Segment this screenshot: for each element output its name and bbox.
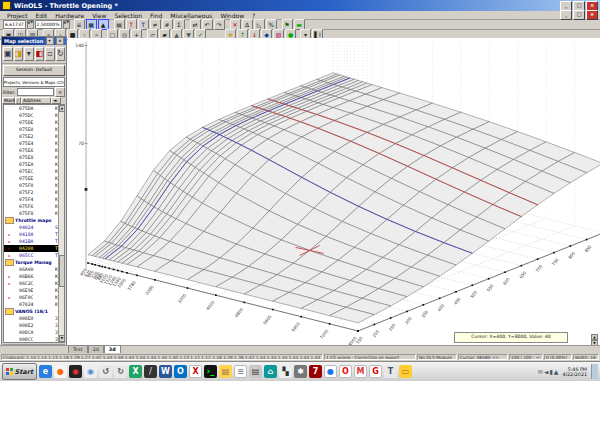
filter-clear-button[interactable]: × <box>55 87 65 97</box>
map-row[interactable]: 075F4K <box>4 196 59 203</box>
tab-3d[interactable]: 3d <box>104 345 121 353</box>
column-header-Marker[interactable]: Marker <box>2 97 15 104</box>
taskbar-icon-terminal[interactable]: ›_ <box>204 365 217 378</box>
taskbar-icon-excel-legacy[interactable]: X <box>189 365 202 378</box>
show-desktop-button[interactable] <box>591 364 598 379</box>
column-header-Address[interactable]: Address <box>21 97 51 104</box>
map-row[interactable]: ►065CCT <box>4 252 59 259</box>
map-row[interactable]: 008E23 <box>4 322 59 329</box>
map-row[interactable]: 008CC3 <box>4 336 59 342</box>
taskbar-icon-chrome[interactable]: ◉ <box>84 365 97 378</box>
map-row[interactable]: 075F8K <box>4 210 59 217</box>
taskbar-icon-browser-blue[interactable]: ● <box>324 365 337 378</box>
map-row[interactable]: 008CA3 <box>4 329 59 336</box>
map-row[interactable]: ►06F0CK <box>4 294 59 301</box>
scroll-down-icon[interactable]: ▼ <box>59 335 65 342</box>
panel-import-map-icon[interactable]: ◧ <box>35 47 45 61</box>
tab-2d[interactable]: 2d <box>88 345 104 353</box>
taskbar-icon-folders-yellow[interactable]: ▭ <box>399 365 412 378</box>
map-row[interactable]: 075F6K <box>4 203 59 210</box>
map-row[interactable]: ►0A308T <box>4 245 59 252</box>
taskbar-icon-checkered-app[interactable]: ▚ <box>279 365 292 378</box>
taskbar-icon-sync-left[interactable]: ↺ <box>99 365 112 378</box>
taskbar-icon-opera[interactable]: O <box>339 365 352 378</box>
offset-spinner[interactable]: ▲▼ <box>63 20 70 29</box>
map-row[interactable]: ►06B66K <box>4 273 59 280</box>
taskbar-icon-dark-tool[interactable]: / <box>144 365 157 378</box>
menu-item-edit[interactable]: Edit <box>32 12 52 19</box>
minimize-button[interactable]: _ <box>560 1 572 11</box>
maximize-button[interactable]: □ <box>573 1 585 11</box>
taskbar-icon-seven-red[interactable]: 7 <box>309 365 322 378</box>
taskbar-icon-excel[interactable]: X <box>129 365 142 378</box>
factor-spinner[interactable]: ▲▼ <box>27 20 34 29</box>
map-row[interactable]: 06E9EK <box>4 287 59 294</box>
panel-open-dropdown-icon[interactable]: ▾ <box>24 47 33 61</box>
map-row[interactable]: 075E2K <box>4 133 59 140</box>
tab-text[interactable]: Text <box>68 345 88 353</box>
taskbar-icon-firefox-orange[interactable]: ● <box>54 365 67 378</box>
map-row[interactable]: 075ECK <box>4 168 59 175</box>
menu-item-project[interactable]: Project <box>3 12 32 19</box>
close-button[interactable]: × <box>586 1 598 11</box>
taskbar-icon-internet-explorer[interactable]: e <box>39 365 52 378</box>
taskbar-icon-car-app[interactable]: ⌂ <box>264 365 277 378</box>
map-list-vscrollbar[interactable]: ▲ ▼ <box>58 105 64 342</box>
map-row[interactable]: 075DAK <box>4 105 59 112</box>
taskbar-icon-gmail[interactable]: M <box>354 365 367 378</box>
map-folder-row[interactable]: Throttle maps <box>4 217 59 224</box>
filter-input[interactable] <box>17 88 54 96</box>
menu-item-view[interactable]: View <box>88 12 110 19</box>
panel-open-map-folder-icon[interactable]: ◨ <box>14 47 24 61</box>
map-row[interactable]: 075EAK <box>4 161 59 168</box>
taskbar-icon-tuning-tool[interactable]: T <box>384 365 397 378</box>
taskbar-clock[interactable]: 5:46 PM 4/22/2021 <box>562 367 587 377</box>
menu-item-?[interactable]: ? <box>248 12 259 19</box>
menu-item-hardware[interactable]: Hardware <box>51 12 88 19</box>
map-row[interactable]: 04024S <box>4 224 59 231</box>
map-row[interactable]: ►06C2CK <box>4 280 59 287</box>
panel-refresh-maps-icon[interactable]: ↻ <box>56 47 65 61</box>
map-row[interactable]: ►0418AT <box>4 231 59 238</box>
map-folder-row[interactable]: Torque Manag <box>4 259 59 266</box>
plot-spinner[interactable]: ▲▼ <box>591 334 598 344</box>
menu-item-selection[interactable]: Selection <box>110 12 146 19</box>
taskbar-icon-sync-right[interactable]: ↻ <box>114 365 127 378</box>
map-row[interactable]: 075F0K <box>4 182 59 189</box>
taskbar-icon-notepad[interactable]: ≡ <box>234 365 247 378</box>
taskbar-icon-outlook[interactable]: O <box>174 365 187 378</box>
offset-field[interactable]: 2,50000% <box>35 20 62 29</box>
tray-mail-icon[interactable]: ✉ <box>538 368 543 375</box>
map-row[interactable]: 075DCK <box>4 112 59 119</box>
map-row[interactable]: 075E6K <box>4 147 59 154</box>
taskbar-icon-photo-viewer-dark[interactable]: ◉ <box>69 365 82 378</box>
map-selection-title-bar[interactable]: Map selection ▾ × <box>2 37 66 45</box>
panel-map-properties-icon[interactable]: ▫ <box>45 47 54 61</box>
panel-pin-button[interactable]: ▾ <box>46 37 54 45</box>
menu-item-window[interactable]: Window <box>216 12 248 19</box>
mdi-close-button[interactable]: × <box>586 10 598 20</box>
menu-item-find[interactable]: Find <box>146 12 166 19</box>
taskbar-icon-printer-app[interactable]: ▤ <box>249 365 262 378</box>
map-row[interactable]: 075EEK <box>4 175 59 182</box>
taskbar-icon-word[interactable]: W <box>159 365 172 378</box>
map-row[interactable]: 075E0K <box>4 126 59 133</box>
start-button[interactable]: Start <box>2 363 37 380</box>
tray-volume-icon[interactable]: ◄ <box>544 368 549 375</box>
mdi-restore-button[interactable]: □ <box>573 10 585 20</box>
panel-save-map-icon[interactable]: ▣ <box>3 47 13 61</box>
map-row[interactable]: 008E03 <box>4 315 59 322</box>
map-row[interactable]: 075E8K <box>4 154 59 161</box>
map-list-vscroll-thumb[interactable] <box>59 255 65 287</box>
taskbar-icon-g-red[interactable]: G <box>369 365 382 378</box>
map-3d-view[interactable]: 4005206007208008801000112012401360150017… <box>68 38 600 345</box>
tray-network-icon[interactable]: ▮ <box>549 368 552 375</box>
session-button[interactable]: Session: Default <box>3 65 65 76</box>
tray-shield-icon[interactable]: ▲ <box>554 368 559 375</box>
mdi-minimize-button[interactable]: _ <box>560 10 572 20</box>
map-row[interactable]: 075E4K <box>4 140 59 147</box>
map-folder-row[interactable]: VANOS (16/1 <box>4 308 59 315</box>
column-header-◄[interactable]: ◄ <box>51 97 61 104</box>
map-row[interactable]: 06A00K <box>4 266 59 273</box>
map-row[interactable]: ►041BAT <box>4 238 59 245</box>
